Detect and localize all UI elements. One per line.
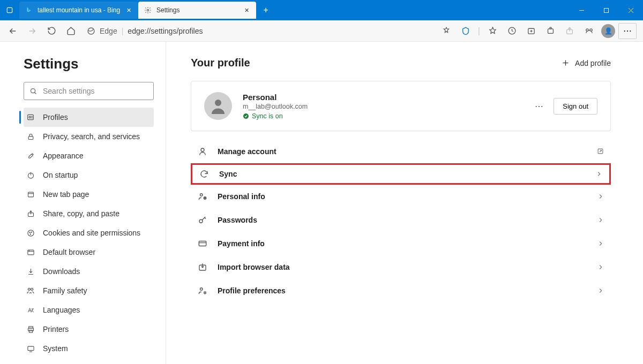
settings-item-label: Import browser data bbox=[218, 263, 587, 271]
sidebar-item-profiles[interactable]: Profiles bbox=[24, 108, 154, 127]
sidebar-item-new-tab-page[interactable]: New tab page bbox=[24, 185, 154, 204]
page-title: Your profile bbox=[191, 57, 250, 69]
performance-button[interactable] bbox=[580, 22, 598, 40]
tab-settings[interactable]: Settings ✕ bbox=[138, 2, 256, 19]
sidebar-item-label: Profiles bbox=[43, 113, 68, 122]
svg-rect-9 bbox=[548, 29, 553, 34]
settings-item-payment-info[interactable]: Payment info bbox=[191, 232, 611, 255]
svg-rect-21 bbox=[28, 192, 33, 197]
search-input[interactable] bbox=[43, 87, 148, 95]
history-button[interactable] bbox=[503, 22, 521, 40]
close-icon[interactable]: ✕ bbox=[124, 6, 133, 14]
settings-item-sync[interactable]: Sync bbox=[191, 163, 611, 185]
settings-item-manage-account[interactable]: Manage account bbox=[191, 140, 611, 163]
import-icon bbox=[197, 262, 208, 272]
svg-rect-35 bbox=[29, 330, 32, 332]
sidebar-item-printers[interactable]: Printers bbox=[24, 320, 154, 339]
sidebar-item-share-copy-and-paste[interactable]: Share, copy, and paste bbox=[24, 204, 154, 223]
sidebar-item-reset-settings[interactable]: Reset settings bbox=[24, 358, 154, 364]
sidebar-item-cookies-and-site-permissions[interactable]: Cookies and site permissions bbox=[24, 223, 154, 242]
svg-point-24 bbox=[27, 230, 33, 236]
edge-label: Edge bbox=[100, 27, 117, 35]
sidebar-item-on-startup[interactable]: On startup bbox=[24, 165, 154, 185]
sidebar-item-label: Default browser bbox=[43, 248, 95, 256]
collections-button[interactable] bbox=[522, 22, 540, 40]
sidebar-item-label: Languages bbox=[43, 306, 80, 314]
shopping-icon[interactable] bbox=[437, 22, 455, 40]
power-icon bbox=[26, 171, 35, 179]
sidebar-item-label: On startup bbox=[43, 171, 78, 179]
profile-avatar[interactable]: 👤 bbox=[599, 22, 617, 40]
svg-point-45 bbox=[201, 148, 204, 151]
tab-bing[interactable]: tallest mountain in usa - Bing ✕ bbox=[19, 2, 138, 19]
svg-point-54 bbox=[204, 292, 206, 293]
new-tab-button[interactable]: + bbox=[258, 3, 273, 18]
svg-point-14 bbox=[31, 88, 35, 93]
avatar bbox=[204, 92, 232, 120]
maximize-button[interactable] bbox=[594, 0, 618, 20]
search-settings-box[interactable] bbox=[24, 82, 154, 100]
system-icon bbox=[26, 345, 35, 353]
download-icon bbox=[26, 268, 35, 276]
back-button[interactable] bbox=[4, 22, 21, 40]
close-icon[interactable]: ✕ bbox=[242, 6, 251, 14]
family-icon bbox=[26, 286, 35, 295]
share-button[interactable] bbox=[560, 22, 579, 40]
svg-point-12 bbox=[586, 29, 588, 31]
tracking-prevention-icon[interactable] bbox=[457, 22, 475, 40]
add-profile-label: Add profile bbox=[575, 59, 611, 67]
home-button[interactable] bbox=[62, 22, 79, 40]
sidebar-item-label: Cookies and site permissions bbox=[43, 229, 140, 237]
settings-item-passwords[interactable]: Passwords bbox=[191, 208, 611, 232]
settings-item-personal-info[interactable]: Personal info bbox=[191, 185, 611, 208]
sidebar-item-label: Downloads bbox=[43, 267, 80, 276]
svg-rect-18 bbox=[28, 136, 33, 139]
minimize-button[interactable] bbox=[569, 0, 594, 20]
settings-item-import-browser-data[interactable]: Import browser data bbox=[191, 255, 611, 279]
app-menu-icon[interactable] bbox=[0, 0, 19, 20]
sidebar-item-downloads[interactable]: Downloads bbox=[24, 262, 154, 281]
printer-icon bbox=[26, 325, 35, 333]
settings-main: Your profile Add profile Personal m__lab… bbox=[166, 42, 643, 364]
sidebar-item-languages[interactable]: Languages bbox=[24, 300, 154, 320]
more-menu-button[interactable]: ⋯ bbox=[618, 23, 637, 39]
browser-toolbar: Edge | edge://settings/profiles | 👤 ⋯ bbox=[0, 20, 643, 42]
bing-icon bbox=[25, 6, 33, 14]
sync-icon bbox=[199, 169, 210, 179]
svg-rect-50 bbox=[199, 241, 206, 246]
close-button[interactable] bbox=[618, 0, 643, 20]
address-bar[interactable]: Edge | edge://settings/profiles bbox=[81, 22, 435, 40]
svg-point-25 bbox=[29, 232, 30, 232]
settings-sidebar: Settings ProfilesPrivacy, search, and se… bbox=[0, 42, 166, 364]
svg-rect-10 bbox=[550, 27, 551, 29]
language-icon bbox=[26, 306, 35, 314]
chevron-right-icon bbox=[597, 263, 604, 271]
refresh-button[interactable] bbox=[43, 22, 60, 40]
extensions-button[interactable] bbox=[541, 22, 559, 40]
profile-more-button[interactable]: ⋯ bbox=[535, 101, 544, 111]
svg-point-30 bbox=[29, 251, 29, 251]
svg-rect-0 bbox=[7, 7, 12, 12]
sign-out-button[interactable]: Sign out bbox=[554, 98, 597, 115]
settings-item-label: Profile preferences bbox=[218, 286, 587, 295]
profile-icon bbox=[26, 113, 35, 122]
newtab-icon bbox=[26, 191, 35, 199]
settings-item-profile-preferences[interactable]: Profile preferences bbox=[191, 279, 611, 302]
profile-card: Personal m__lab@outlook.com Sync is on ⋯… bbox=[191, 81, 611, 131]
sidebar-item-family-safety[interactable]: Family safety bbox=[24, 281, 154, 300]
svg-point-47 bbox=[200, 193, 203, 196]
sidebar-item-privacy-search-and-services[interactable]: Privacy, search, and services bbox=[24, 127, 154, 146]
sidebar-item-default-browser[interactable]: Default browser bbox=[24, 242, 154, 262]
chevron-right-icon bbox=[597, 287, 604, 294]
sidebar-item-label: Share, copy, and paste bbox=[43, 209, 119, 218]
key-icon bbox=[197, 215, 208, 225]
svg-point-1 bbox=[147, 9, 149, 11]
svg-point-31 bbox=[28, 288, 30, 290]
add-profile-button[interactable]: Add profile bbox=[562, 59, 611, 67]
sidebar-item-label: Appearance bbox=[43, 151, 84, 160]
favorites-button[interactable] bbox=[483, 22, 502, 40]
settings-item-label: Personal info bbox=[218, 192, 587, 201]
sidebar-item-appearance[interactable]: Appearance bbox=[24, 146, 154, 165]
sidebar-item-system[interactable]: System bbox=[24, 339, 154, 358]
prefs-icon bbox=[197, 286, 208, 295]
